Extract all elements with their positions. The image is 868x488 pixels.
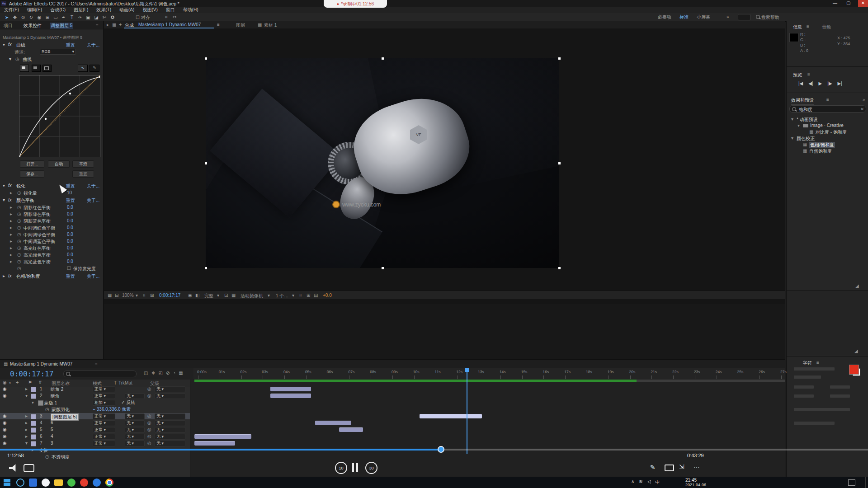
chevron-down-icon[interactable]: ▾ xyxy=(136,293,138,298)
curve-channel-button-2[interactable] xyxy=(32,65,41,72)
param-twirl[interactable]: ▸ xyxy=(10,218,12,223)
preset-tree-item[interactable]: ▦自然饱和度 xyxy=(789,148,867,154)
layer-name[interactable]: 3 xyxy=(51,441,53,446)
layer-twirl[interactable]: ▸ xyxy=(25,387,28,391)
motion-blur-icon[interactable]: ◔ xyxy=(173,371,175,375)
panel-menu-icon[interactable]: ≡ xyxy=(816,360,819,365)
column-t[interactable]: T xyxy=(114,380,117,385)
stopwatch-icon[interactable]: ◷ xyxy=(17,232,21,237)
puppet-pin-tool-icon[interactable]: ✪ xyxy=(109,15,116,20)
resolution-value[interactable]: 完整 xyxy=(204,293,213,299)
timeline-row[interactable]: ◷不透明度 xyxy=(0,454,785,460)
timeline-search-input[interactable] xyxy=(63,371,137,377)
stopwatch-icon[interactable]: ◷ xyxy=(17,259,21,264)
sharpen-amount-value[interactable]: 10 xyxy=(67,190,72,195)
current-time-indicator-handle[interactable] xyxy=(465,368,469,372)
layer-visibility-toggle[interactable]: ◉ xyxy=(3,421,7,425)
parent-pickwhip-icon[interactable]: ◎ xyxy=(147,414,151,418)
menu-item[interactable]: 合成(C) xyxy=(46,7,70,13)
curves-editor[interactable] xyxy=(19,75,100,157)
layer-trkmat-dropdown[interactable]: 无 ▾ xyxy=(125,434,145,440)
tab-preview[interactable]: 预览 xyxy=(793,72,802,78)
hand-tool-icon[interactable]: ✥ xyxy=(12,15,18,20)
workspace-必要项[interactable]: 必要项 xyxy=(658,14,671,20)
layer-parent-dropdown[interactable]: 无 ▾ xyxy=(155,434,185,440)
pan-behind-tool-icon[interactable]: ⊞ xyxy=(44,15,51,20)
layer-twirl[interactable]: ▸ xyxy=(25,421,28,425)
layer-trkmat-dropdown[interactable]: 无 ▾ xyxy=(125,427,145,433)
taskbar-media-app-icon[interactable] xyxy=(29,479,37,487)
param-value[interactable]: 0.0 xyxy=(67,245,73,250)
stopwatch-icon[interactable]: ◷ xyxy=(15,56,19,61)
timeline-current-time[interactable]: 0:00:17:17 xyxy=(10,370,53,378)
lock-column-icon[interactable]: ✦ xyxy=(15,380,19,385)
preset-tree-item[interactable]: ▦对比度 - 饱和度 xyxy=(789,129,867,135)
layer-color-label[interactable] xyxy=(31,414,36,419)
timeline-row[interactable]: ▾蒙版 1相加 ▾✓ 反转 xyxy=(0,399,785,406)
menu-item[interactable]: 编辑(E) xyxy=(23,7,46,13)
layer-name[interactable]: 暗角 2 xyxy=(51,386,63,393)
snap-option-icon[interactable]: ⌗ xyxy=(165,15,168,19)
layer-trkmat-dropdown[interactable]: 无 ▾ xyxy=(125,420,145,426)
workspace-overflow[interactable]: » xyxy=(726,14,729,19)
stopwatch-icon[interactable]: ◷ xyxy=(17,252,21,257)
taskbar-clock-date[interactable]: 2021-04-06 xyxy=(685,483,706,487)
selection-handle[interactable] xyxy=(205,162,207,164)
skip-forward-button[interactable]: 30 xyxy=(365,462,377,474)
timeline-row[interactable]: ◉▸64正常 ▾无 ▾◎无 ▾ xyxy=(0,433,785,440)
taskbar-browser-icon[interactable] xyxy=(93,479,101,487)
player-edit-icon[interactable]: ✎ xyxy=(650,464,656,471)
panel-menu-icon[interactable]: ≡ xyxy=(217,22,220,27)
color-balance-effect-title[interactable]: 颜色平衡 xyxy=(16,197,34,204)
param-twirl[interactable]: ▸ xyxy=(10,225,12,230)
curves-auto-button[interactable]: 自动 xyxy=(48,160,70,168)
hue-sat-effect-title[interactable]: 色相/饱和度 xyxy=(16,273,40,280)
mask-name[interactable]: 蒙版 1 xyxy=(44,400,57,406)
zoom-tool-icon[interactable]: ⊙ xyxy=(20,15,26,20)
selection-tool-icon[interactable]: ➤ xyxy=(4,15,10,20)
preset-tree-item[interactable]: ▾颜色校正 xyxy=(789,135,867,141)
layer-mode-dropdown[interactable]: 正常 ▾ xyxy=(93,413,115,419)
param-value[interactable]: 0.0 xyxy=(67,252,73,257)
tab-audio[interactable]: 音频 xyxy=(822,24,831,30)
parent-pickwhip-icon[interactable]: ◎ xyxy=(147,421,151,425)
preset-tree-item[interactable]: ▦色相/饱和度 xyxy=(789,141,867,147)
panel-overflow-icon[interactable]: » xyxy=(863,97,865,102)
hue-sat-reset-link[interactable]: 重置 xyxy=(66,273,75,280)
hide-shy-layers-icon[interactable]: ◰ xyxy=(158,371,162,375)
draft-3d-icon[interactable]: ❖ xyxy=(151,371,155,375)
param-value[interactable]: 0.0 xyxy=(67,239,73,244)
stopwatch-icon[interactable]: ◷ xyxy=(17,239,21,244)
snap-option2-icon[interactable]: ✂ xyxy=(173,15,176,19)
layer-trkmat-dropdown[interactable]: 无 ▾ xyxy=(125,393,145,399)
parent-pickwhip-icon[interactable]: ◎ xyxy=(147,387,151,391)
layer-color-label[interactable] xyxy=(31,421,36,426)
menu-item[interactable]: 视图(V) xyxy=(138,7,161,13)
selection-handle[interactable] xyxy=(205,267,207,269)
tab-character[interactable]: 字符 xyxy=(803,360,812,366)
layer-color-label[interactable] xyxy=(31,441,36,446)
param-twirl[interactable]: ▸ xyxy=(10,232,12,237)
layer-visibility-toggle[interactable]: ◉ xyxy=(3,441,7,446)
layer-mode-dropdown[interactable]: 正常 ▾ xyxy=(93,434,115,440)
video-column-icon[interactable]: ◉ xyxy=(3,380,7,385)
stopwatch-icon[interactable]: ◷ xyxy=(17,211,21,216)
search-help[interactable]: 搜索帮助 xyxy=(756,14,779,21)
selection-handle[interactable] xyxy=(205,57,207,60)
curves-about-link[interactable]: 关于... xyxy=(87,42,99,48)
taskbar-wechat-icon[interactable] xyxy=(67,479,75,487)
paragraph-row[interactable] xyxy=(794,422,835,425)
notification-center-icon[interactable] xyxy=(848,479,855,486)
panel-grip-icon[interactable]: ◢ xyxy=(854,348,858,353)
panel-menu-icon[interactable]: ≡ xyxy=(95,361,98,366)
param-value[interactable]: 0.0 xyxy=(67,225,73,230)
current-time-indicator[interactable] xyxy=(467,369,467,454)
layer-parent-dropdown[interactable]: 无 ▾ xyxy=(155,386,185,392)
timeline-tab[interactable]: Master&amp 1 Dynamic MW07 xyxy=(10,361,72,366)
layer-duration-bar[interactable] xyxy=(420,414,482,418)
param-value[interactable]: 0.0 xyxy=(67,211,73,216)
tab-project[interactable]: 项目 xyxy=(4,23,13,29)
curves-twirl[interactable]: ▾ xyxy=(3,42,5,47)
layer-mode-dropdown[interactable]: 正常 ▾ xyxy=(93,427,115,433)
clear-search-icon[interactable]: ✕ xyxy=(860,107,864,112)
